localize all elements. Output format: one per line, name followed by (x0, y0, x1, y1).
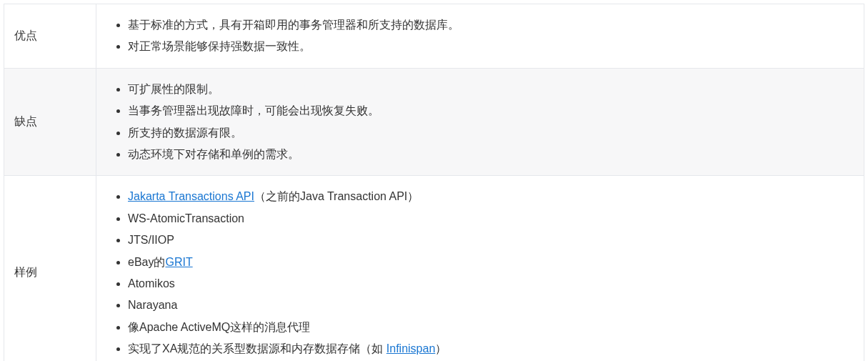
row-content: Jakarta Transactions API（之前的Java Transac… (96, 176, 864, 361)
list-item: 实现了XA规范的关系型数据源和内存数据存储（如 Infinispan） (128, 338, 854, 360)
list-item: eBay的GRIT (128, 252, 854, 273)
table-row: 样例Jakarta Transactions API（之前的Java Trans… (4, 176, 864, 361)
content-text: 所支持的数据源有限。 (128, 127, 242, 139)
list-item: 所支持的数据源有限。 (128, 122, 854, 144)
list-item: Jakarta Transactions API（之前的Java Transac… (128, 186, 854, 207)
table-row: 优点基于标准的方式，具有开箱即用的事务管理器和所支持的数据库。对正常场景能够保持… (4, 4, 864, 69)
list-item: 可扩展性的限制。 (128, 79, 854, 100)
item-list: Jakarta Transactions API（之前的Java Transac… (106, 186, 854, 360)
row-content: 基于标准的方式，具有开箱即用的事务管理器和所支持的数据库。对正常场景能够保持强数… (96, 4, 864, 69)
content-text: 可扩展性的限制。 (128, 83, 219, 95)
list-item: 动态环境下对存储和单例的需求。 (128, 144, 854, 165)
row-label: 样例 (4, 176, 96, 361)
content-text: 动态环境下对存储和单例的需求。 (128, 148, 299, 160)
list-item: 对正常场景能够保持强数据一致性。 (128, 36, 854, 57)
content-text: （之前的Java Transaction API） (254, 190, 419, 202)
content-text: JTS/IIOP (128, 234, 174, 246)
content-text: Narayana (128, 299, 177, 311)
row-label: 缺点 (4, 68, 96, 176)
row-label: 优点 (4, 4, 96, 69)
content-text: 当事务管理器出现故障时，可能会出现恢复失败。 (128, 104, 379, 117)
list-item: 基于标准的方式，具有开箱即用的事务管理器和所支持的数据库。 (128, 14, 854, 36)
list-item: JTS/IIOP (128, 229, 854, 251)
content-text: 像Apache ActiveMQ这样的消息代理 (128, 321, 310, 333)
list-item: Atomikos (128, 273, 854, 295)
list-item: WS-AtomicTransaction (128, 208, 854, 229)
content-text: ） (435, 342, 447, 355)
content-text: 基于标准的方式，具有开箱即用的事务管理器和所支持的数据库。 (128, 19, 459, 31)
content-text: 对正常场景能够保持强数据一致性。 (128, 40, 311, 52)
content-text: eBay的 (128, 256, 165, 268)
content-text: Atomikos (128, 277, 175, 290)
item-list: 基于标准的方式，具有开箱即用的事务管理器和所支持的数据库。对正常场景能够保持强数… (106, 14, 854, 58)
content-link[interactable]: Jakarta Transactions API (128, 190, 254, 202)
row-content: 可扩展性的限制。当事务管理器出现故障时，可能会出现恢复失败。所支持的数据源有限。… (96, 68, 864, 176)
list-item: Narayana (128, 295, 854, 316)
comparison-table: 优点基于标准的方式，具有开箱即用的事务管理器和所支持的数据库。对正常场景能够保持… (4, 4, 864, 361)
content-link[interactable]: Infinispan (386, 342, 436, 355)
content-text: 实现了XA规范的关系型数据源和内存数据存储（如 (128, 342, 386, 355)
item-list: 可扩展性的限制。当事务管理器出现故障时，可能会出现恢复失败。所支持的数据源有限。… (106, 79, 854, 166)
list-item: 像Apache ActiveMQ这样的消息代理 (128, 317, 854, 338)
table-row: 缺点可扩展性的限制。当事务管理器出现故障时，可能会出现恢复失败。所支持的数据源有… (4, 68, 864, 176)
content-link[interactable]: GRIT (165, 256, 192, 268)
list-item: 当事务管理器出现故障时，可能会出现恢复失败。 (128, 100, 854, 122)
content-text: WS-AtomicTransaction (128, 212, 244, 224)
